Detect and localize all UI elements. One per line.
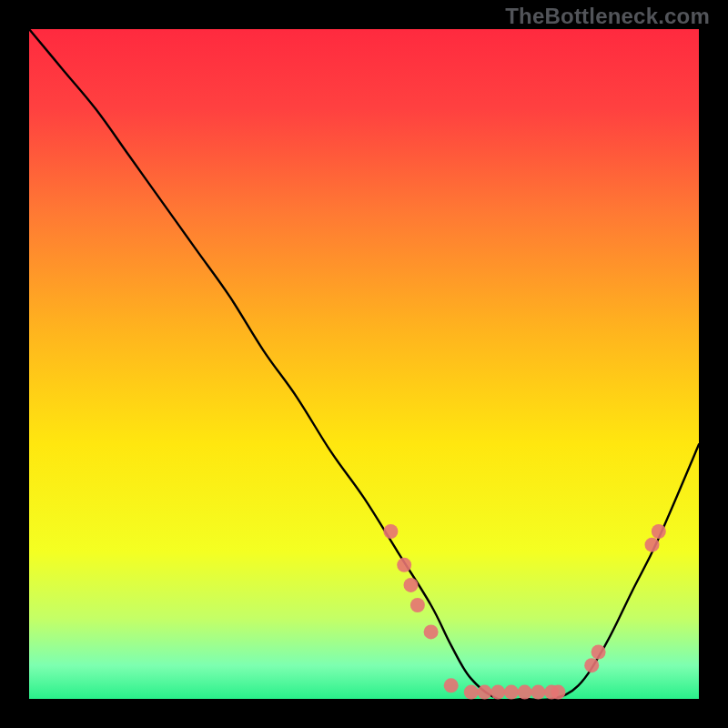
data-marker [383, 524, 398, 539]
data-marker [645, 538, 660, 552]
bottleneck-curve-chart [0, 0, 728, 728]
data-marker [531, 685, 545, 700]
chart-container: TheBottleneck.com [0, 0, 728, 728]
data-marker [490, 685, 505, 700]
data-marker [518, 685, 532, 700]
data-marker [464, 685, 479, 700]
data-marker [584, 658, 599, 672]
data-marker [397, 558, 411, 572]
gradient-background [29, 29, 699, 699]
data-marker [652, 524, 666, 539]
data-marker [551, 685, 565, 700]
data-marker [504, 685, 519, 700]
data-marker [444, 678, 459, 693]
data-marker [404, 578, 419, 592]
data-marker [478, 685, 492, 700]
data-marker [424, 624, 439, 639]
data-marker [410, 598, 425, 612]
data-marker [592, 645, 606, 660]
